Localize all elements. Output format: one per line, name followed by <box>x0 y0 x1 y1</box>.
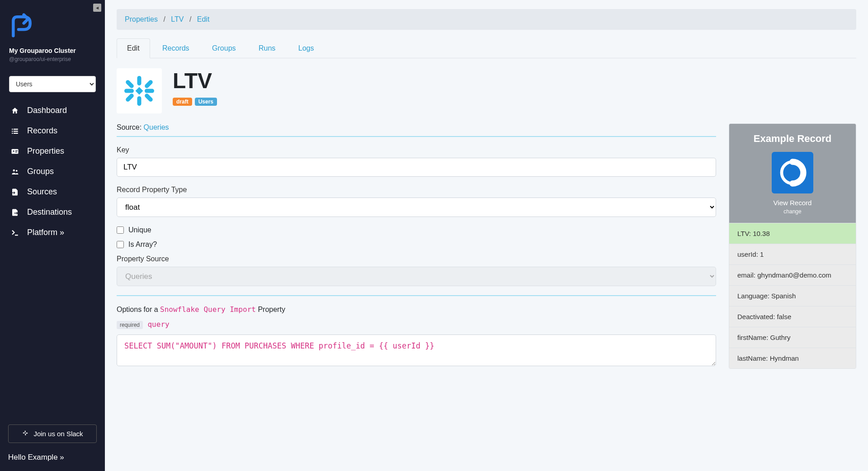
svg-rect-24 <box>136 87 143 95</box>
svg-point-7 <box>13 150 14 151</box>
tab-runs[interactable]: Runs <box>248 38 286 58</box>
unique-checkbox[interactable] <box>117 226 124 234</box>
nav-platform[interactable]: Platform » <box>0 222 105 243</box>
example-prop-row: Language: Spanish <box>729 285 856 306</box>
property-source-select[interactable]: Queries <box>117 267 716 286</box>
divider <box>117 136 716 137</box>
grouparoo-logo-icon <box>9 13 34 38</box>
page-title: LTV <box>173 68 217 93</box>
file-export-icon <box>10 208 20 217</box>
list-icon <box>10 127 20 135</box>
tabs: Edit Records Groups Runs Logs <box>117 38 856 58</box>
change-record-link[interactable]: change <box>735 208 850 215</box>
import-type-label: Snowflake Query Import <box>160 305 256 314</box>
query-option-label: query <box>147 320 169 329</box>
nav-label: Platform » <box>27 228 64 237</box>
nav-label: Destinations <box>27 207 72 217</box>
example-prop-row: userId: 1 <box>729 244 856 264</box>
svg-point-10 <box>13 169 15 171</box>
example-prop-row: email: ghyndman0@demo.com <box>729 264 856 285</box>
id-card-icon <box>10 147 20 155</box>
svg-rect-6 <box>12 149 19 154</box>
breadcrumb-edit[interactable]: Edit <box>197 15 210 23</box>
options-heading: Options for a Snowflake Query Import Pro… <box>117 305 716 314</box>
svg-point-11 <box>16 170 18 171</box>
source-type-icon <box>117 68 162 113</box>
cluster-name: My Grouparoo Cluster <box>9 47 96 54</box>
example-prop-row: LTV: 10.38 <box>729 223 856 244</box>
svg-rect-1 <box>14 128 18 129</box>
svg-rect-22 <box>125 93 134 102</box>
nav-sources[interactable]: Sources <box>0 182 105 202</box>
user-menu[interactable]: Hello Example » <box>8 453 97 462</box>
svg-rect-2 <box>12 131 13 132</box>
nav-properties[interactable]: Properties <box>0 141 105 161</box>
example-property-list: LTV: 10.38 userId: 1 email: ghyndman0@de… <box>729 223 856 368</box>
svg-rect-12 <box>23 433 25 433</box>
source-link[interactable]: Queries <box>144 123 169 131</box>
property-source-label: Property Source <box>117 255 716 263</box>
required-badge: required <box>117 321 143 329</box>
key-label: Key <box>117 146 716 154</box>
logo-area: My Grouparoo Cluster @grouparoo/ui-enter… <box>0 0 105 70</box>
unique-label: Unique <box>128 226 151 234</box>
svg-rect-8 <box>15 150 18 151</box>
example-prop-row: Deactivated: false <box>729 306 856 327</box>
nav-label: Sources <box>27 187 57 197</box>
source-label: Source: <box>117 123 142 131</box>
svg-rect-9 <box>15 151 17 152</box>
svg-rect-21 <box>144 93 153 102</box>
query-input[interactable]: SELECT SUM("AMOUNT") FROM PURCHASES WHER… <box>117 334 716 366</box>
svg-rect-23 <box>144 79 153 89</box>
svg-rect-5 <box>14 132 18 133</box>
svg-rect-13 <box>26 433 28 433</box>
slack-icon <box>22 429 29 438</box>
svg-rect-15 <box>25 433 26 435</box>
is-array-checkbox[interactable] <box>117 241 124 248</box>
nav-records[interactable]: Records <box>0 121 105 141</box>
key-input[interactable] <box>117 158 716 177</box>
type-label: Record Property Type <box>117 186 716 194</box>
tab-logs[interactable]: Logs <box>288 38 325 58</box>
svg-rect-14 <box>25 431 26 433</box>
tab-records[interactable]: Records <box>152 38 200 58</box>
divider <box>117 295 716 296</box>
view-record-link[interactable]: View Record <box>735 199 850 207</box>
terminal-icon <box>10 229 20 237</box>
svg-rect-19 <box>145 89 154 93</box>
home-icon <box>10 107 20 115</box>
example-prop-row: firstName: Guthry <box>729 327 856 348</box>
svg-rect-18 <box>124 89 134 93</box>
example-prop-row: lastName: Hyndman <box>729 348 856 368</box>
svg-rect-20 <box>125 79 134 89</box>
tab-groups[interactable]: Groups <box>202 38 246 58</box>
type-select[interactable]: float <box>117 198 716 217</box>
nav-groups[interactable]: Groups <box>0 161 105 182</box>
cluster-subtitle: @grouparoo/ui-enterprise <box>9 56 96 62</box>
file-import-icon <box>10 188 20 196</box>
model-select[interactable]: Users <box>9 76 96 92</box>
avatar <box>772 152 813 193</box>
nav-label: Dashboard <box>27 106 67 115</box>
main-content: Properties / LTV / Edit Edit Records Gro… <box>105 0 868 471</box>
breadcrumb-properties[interactable]: Properties <box>125 15 158 23</box>
collapse-sidebar-button[interactable] <box>93 4 101 12</box>
snowflake-icon <box>123 75 156 107</box>
svg-rect-16 <box>137 76 142 85</box>
svg-rect-3 <box>14 131 18 132</box>
nav-dashboard[interactable]: Dashboard <box>0 100 105 121</box>
svg-rect-17 <box>137 96 142 106</box>
status-badge-draft: draft <box>173 98 192 106</box>
svg-rect-4 <box>12 132 13 133</box>
model-badge: Users <box>195 98 217 106</box>
users-icon <box>10 168 20 176</box>
nav-destinations[interactable]: Destinations <box>0 202 105 222</box>
example-heading: Example Record <box>735 133 850 145</box>
join-slack-button[interactable]: Join us on Slack <box>8 424 97 443</box>
slack-label: Join us on Slack <box>33 430 83 438</box>
nav-label: Records <box>27 126 57 136</box>
breadcrumb-ltv[interactable]: LTV <box>171 15 184 23</box>
tab-edit[interactable]: Edit <box>117 38 150 58</box>
main-nav: Dashboard Records Properties Groups <box>0 96 105 417</box>
nav-label: Properties <box>27 146 64 156</box>
